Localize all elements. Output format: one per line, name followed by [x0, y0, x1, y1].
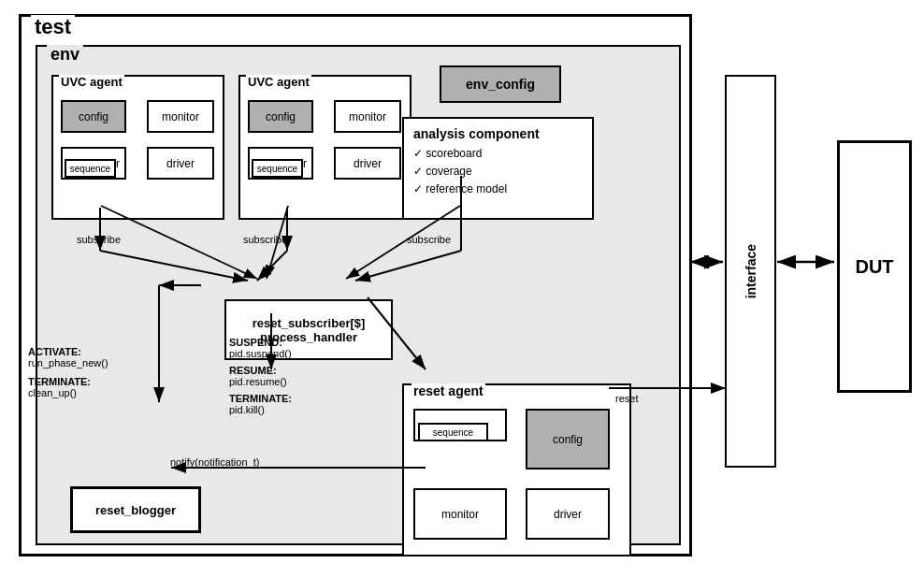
env-config-box: env_config: [440, 65, 561, 103]
dut-label: DUT: [855, 256, 893, 278]
uvc-agent-1: UVC agent config monitor sequencer seque…: [51, 75, 224, 220]
interface-label: interface: [744, 244, 758, 298]
reset-config: config: [526, 409, 610, 470]
uvc1-config: config: [61, 100, 126, 133]
subscribe2-label: subscribe: [243, 234, 287, 245]
reset-label: reset: [615, 393, 638, 404]
activate-label: ACTIVATE: run_phase_new() TERMINATE: cle…: [28, 346, 108, 398]
notify-label: notify(notification_t): [170, 456, 259, 468]
reset-agent-box: reset agent sequencer sequence config mo…: [402, 383, 631, 556]
uvc2-sequence: sequence: [252, 159, 303, 178]
subscribe1-label: subscribe: [77, 234, 121, 245]
env-label: env: [47, 45, 83, 65]
uvc2-monitor: monitor: [334, 100, 401, 133]
reset-sequence: sequence: [418, 423, 488, 441]
diagram-container: test env UVC agent config monitor sequen…: [0, 0, 924, 578]
subscriber-line1: reset_subscriber[$]: [253, 316, 366, 330]
uvc2-driver: driver: [334, 147, 401, 180]
uvc2-config: config: [248, 100, 313, 133]
suspend-label: SUSPEND: pid.suspend() RESUME: pid.resum…: [229, 337, 292, 415]
reset-blogger-label: reset_blogger: [95, 503, 176, 517]
uvc1-driver: driver: [147, 147, 214, 180]
analysis-scoreboard: ✓ scoreboard: [413, 145, 583, 163]
reset-blogger-box: reset_blogger: [70, 486, 201, 533]
uvc-agent-2-label: UVC agent: [246, 75, 311, 89]
reset-monitor: monitor: [413, 488, 507, 540]
test-box: test env UVC agent config monitor sequen…: [19, 14, 692, 556]
env-box: env UVC agent config monitor sequencer: [36, 45, 681, 545]
interface-box: interface: [725, 75, 776, 468]
uvc1-monitor: monitor: [147, 100, 214, 133]
analysis-coverage: ✓ coverage: [413, 163, 583, 181]
analysis-refmodel: ✓ reference model: [413, 181, 583, 198]
dut-box: DUT: [837, 140, 912, 393]
analysis-title: analysis component: [413, 126, 583, 141]
subscribe3-label: subscribe: [407, 234, 451, 245]
uvc-agent-2: UVC agent config monitor sequencer seque…: [238, 75, 411, 220]
uvc-agent-1-label: UVC agent: [59, 75, 124, 89]
uvc1-sequence: sequence: [65, 159, 116, 178]
reset-driver: driver: [526, 488, 610, 540]
reset-agent-label: reset agent: [411, 383, 485, 398]
analysis-box: analysis component ✓ scoreboard ✓ covera…: [402, 117, 594, 220]
test-label: test: [31, 15, 75, 39]
